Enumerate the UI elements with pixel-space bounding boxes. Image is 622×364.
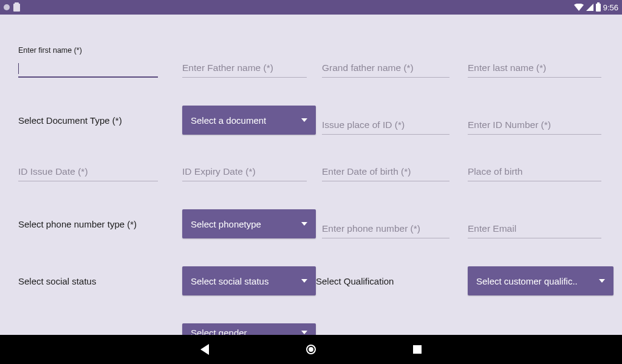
phone-type-select[interactable]: Select phonetype [182,209,316,238]
email-input[interactable] [468,220,601,238]
nav-back-button[interactable] [200,344,209,355]
document-type-select[interactable]: Select a document [182,106,316,135]
nav-recent-button[interactable] [413,345,422,354]
social-status-label: Select social status [18,266,164,295]
nav-home-button[interactable] [306,345,316,354]
gender-select-value: Select gender [191,328,247,335]
id-issue-date-input[interactable] [18,163,158,181]
chevron-down-icon [301,279,307,283]
android-status-bar: 9:56 [0,0,622,15]
first-name-input[interactable] [18,58,158,78]
social-status-select-value: Select social status [191,276,268,286]
phone-type-select-value: Select phonetype [191,219,261,229]
chevron-down-icon [301,222,307,226]
gender-select[interactable]: Select gender [182,323,316,335]
sync-icon [4,4,10,10]
date-of-birth-input[interactable] [322,163,449,181]
chevron-down-icon [301,331,307,334]
android-nav-bar [0,335,622,364]
cell-signal-icon [586,4,593,11]
battery-icon [596,4,601,12]
qualification-select[interactable]: Select customer qualific.. [468,266,613,295]
father-name-input[interactable] [182,59,307,78]
chevron-down-icon [599,279,605,283]
id-issue-place-input[interactable] [322,116,449,135]
form-content: Enter first name (*) Select Document Typ… [0,15,622,335]
social-status-select[interactable]: Select social status [182,266,316,295]
first-name-label: Enter first name (*) [18,46,164,55]
document-type-select-value: Select a document [191,115,266,126]
phone-number-input[interactable] [322,220,449,238]
wifi-icon [574,4,584,11]
chevron-down-icon [301,118,307,122]
qualification-label: Select Qualification [316,266,449,295]
document-type-label: Select Document Type (*) [18,106,164,135]
place-of-birth-input[interactable] [468,163,601,181]
id-number-input[interactable] [468,116,601,135]
grandfather-name-input[interactable] [322,59,449,78]
qualification-select-value: Select customer qualific.. [476,276,578,286]
clock: 9:56 [603,3,618,12]
last-name-input[interactable] [468,59,601,78]
phone-type-label: Select phone number type (*) [18,209,164,238]
sd-card-icon [13,4,20,12]
id-expiry-date-input[interactable] [182,163,307,181]
